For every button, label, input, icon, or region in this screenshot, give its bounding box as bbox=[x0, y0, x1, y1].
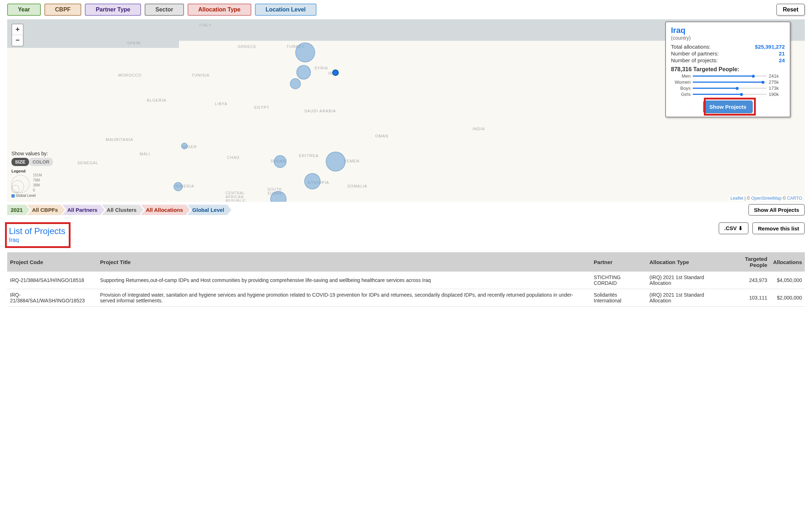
breakdown-row: Men241k bbox=[671, 73, 785, 79]
download-icon: ⬇ bbox=[738, 225, 743, 231]
crumb-allocation[interactable]: All Allocations bbox=[141, 205, 190, 215]
attribution-leaflet[interactable]: Leaflet bbox=[730, 196, 743, 201]
reset-button[interactable]: Reset bbox=[776, 4, 805, 16]
breadcrumb: 2021 All CBPFs All Partners All Clusters… bbox=[7, 204, 805, 216]
zoom-out-button[interactable]: − bbox=[12, 35, 23, 46]
filter-location-level-button[interactable]: Location Level bbox=[255, 4, 316, 16]
tooltip-title: Iraq bbox=[671, 26, 785, 35]
col-allocation-type[interactable]: Allocation Type bbox=[647, 252, 725, 272]
toggle-color[interactable]: COLOR bbox=[29, 158, 53, 166]
filter-allocation-type-button[interactable]: Allocation Type bbox=[188, 4, 251, 16]
breakdown-row: Girls190k bbox=[671, 92, 785, 97]
tooltip-partners-label: Number of partners: bbox=[671, 50, 719, 57]
project-list-header: List of Projects Iraq .CSV ⬇ Remove this… bbox=[7, 222, 805, 248]
tooltip-alloc-value: $25,391,272 bbox=[755, 44, 785, 50]
remove-list-button[interactable]: Remove this list bbox=[752, 222, 805, 234]
col-targeted-people[interactable]: Targeted People bbox=[725, 252, 770, 272]
tooltip-projects-value: 24 bbox=[779, 57, 785, 63]
tooltip-projects-label: Number of projects: bbox=[671, 57, 718, 63]
crumb-cluster[interactable]: All Clusters bbox=[102, 205, 144, 215]
col-allocations[interactable]: Allocations bbox=[770, 252, 805, 272]
map[interactable]: SPAIN ITALY GREECE TURKEY SYRIA IRAQ MOR… bbox=[7, 19, 805, 202]
projects-table: Project Code Project Title Partner Alloc… bbox=[7, 252, 805, 307]
filter-bar: Year CBPF Partner Type Sector Allocation… bbox=[7, 4, 805, 16]
show-all-projects-button[interactable]: Show All Projects bbox=[748, 204, 805, 216]
filter-cbpf-button[interactable]: CBPF bbox=[44, 4, 82, 16]
filter-sector-button[interactable]: Sector bbox=[145, 4, 184, 16]
col-project-title[interactable]: Project Title bbox=[97, 252, 591, 272]
crumb-year[interactable]: 2021 bbox=[7, 205, 30, 215]
marker-iraq-selected[interactable] bbox=[332, 69, 339, 76]
toggle-size[interactable]: SIZE bbox=[11, 158, 29, 166]
breakdown-row: Boys173k bbox=[671, 86, 785, 91]
legend-global-level: Global Level bbox=[11, 194, 53, 198]
zoom-in-button[interactable]: + bbox=[12, 24, 23, 35]
col-partner[interactable]: Partner bbox=[591, 252, 647, 272]
tooltip-breakdown: Men241kWomen275kBoys173kGirls190k bbox=[671, 73, 785, 97]
filter-year-button[interactable]: Year bbox=[7, 4, 41, 16]
highlight-list-title: List of Projects Iraq bbox=[5, 222, 71, 248]
col-project-code[interactable]: Project Code bbox=[7, 252, 97, 272]
crumb-cbpf[interactable]: All CBPFs bbox=[27, 205, 65, 215]
attribution-carto[interactable]: CARTO bbox=[787, 196, 802, 201]
table-row[interactable]: IRQ-21/3884/SA1/H/INGO/18518Supporting R… bbox=[7, 272, 805, 289]
breakdown-row: Women275k bbox=[671, 79, 785, 85]
tooltip-type: (country) bbox=[671, 35, 785, 41]
export-csv-button[interactable]: .CSV ⬇ bbox=[719, 222, 749, 234]
map-legend-panel: Show values by: SIZE COLOR Legend 151M 7… bbox=[11, 151, 53, 198]
value-toggle[interactable]: SIZE COLOR bbox=[11, 158, 53, 166]
country-tooltip: Iraq (country) Total allocations:$25,391… bbox=[665, 21, 791, 117]
crumb-location[interactable]: Global Level bbox=[187, 205, 231, 215]
project-list-subtitle: Iraq bbox=[9, 237, 65, 243]
tooltip-targeted-label: 878,316 Targeted People: bbox=[671, 66, 785, 73]
table-row[interactable]: IRQ-21/3884/SA1/WASH/INGO/18523Provision… bbox=[7, 289, 805, 307]
show-values-label: Show values by: bbox=[11, 151, 53, 156]
tooltip-partners-value: 21 bbox=[779, 50, 785, 57]
legend-circles: 151M 76M 38M 0 bbox=[11, 173, 40, 193]
legend-title: Legend bbox=[11, 169, 53, 173]
project-list-title: List of Projects bbox=[9, 226, 65, 236]
attribution-osm[interactable]: OpenStreetMap bbox=[751, 196, 782, 201]
crumb-partner[interactable]: All Partners bbox=[62, 205, 105, 215]
tooltip-alloc-label: Total allocations: bbox=[671, 44, 711, 50]
filter-partner-type-button[interactable]: Partner Type bbox=[85, 4, 141, 16]
map-attribution: Leaflet | © OpenStreetMap © CARTO bbox=[729, 195, 803, 201]
show-projects-button[interactable]: Show Projects bbox=[703, 101, 752, 113]
zoom-controls: + − bbox=[11, 24, 24, 47]
